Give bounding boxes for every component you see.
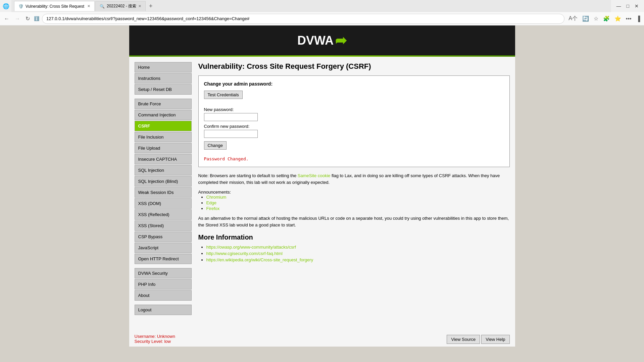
- chromium-link[interactable]: Chromium: [206, 195, 227, 200]
- info-icon: ℹ️: [34, 16, 39, 21]
- more-info-link-item-3: https://en.wikipedia.org/wiki/Cross-site…: [206, 257, 510, 262]
- dvwa-logo: DVWA ➦: [136, 32, 508, 49]
- security-level-row: Security Level: low: [135, 339, 175, 344]
- confirm-password-row: Confirm new password:: [204, 124, 504, 138]
- csrf-box-title: Change your admin password:: [204, 81, 504, 87]
- maximize-btn[interactable]: □: [624, 3, 632, 9]
- title-bar: 🌐 🛡️ Vulnerability: Cross Site Request .…: [0, 0, 644, 12]
- address-input[interactable]: [42, 14, 564, 24]
- tab-favicon-2: 🔍: [100, 4, 105, 9]
- sidebar-item-setup[interactable]: Setup / Reset DB: [135, 84, 192, 95]
- translate-icon[interactable]: A个: [567, 14, 579, 23]
- sidebar-item-open-http-redirect[interactable]: Open HTTP Redirect: [135, 254, 192, 264]
- forward-btn[interactable]: →: [13, 14, 21, 23]
- tab-title-2: 20222402 - 搜索: [107, 3, 136, 9]
- note-text: Note: Browsers are starting to default t…: [198, 172, 510, 186]
- more-info-link-2[interactable]: http://www.cgisecurity.com/csrf-faq.html: [206, 251, 283, 256]
- favorites-icon[interactable]: ⭐: [613, 14, 623, 23]
- sidebar-toggle[interactable]: ▐: [635, 14, 641, 23]
- sidebar-item-php-info[interactable]: PHP Info: [135, 279, 192, 290]
- view-help-btn[interactable]: View Help: [481, 335, 509, 344]
- note-text-before: Note: Browsers are starting to default t…: [198, 173, 298, 178]
- sidebar-section-logout: Logout: [135, 305, 192, 315]
- announcement-edge: Edge: [206, 200, 510, 205]
- browser-icon: 🌐: [3, 3, 9, 9]
- address-bar: ← → ↻ ℹ️ A个 🔄 ☆ 🧩 ⭐ ••• ▐: [0, 12, 644, 25]
- footer-buttons: View Source View Help: [447, 335, 509, 344]
- announcements-label: Announcements:: [198, 190, 231, 195]
- minimize-btn[interactable]: —: [614, 3, 624, 9]
- new-password-row: New password:: [204, 107, 504, 121]
- sidebar-section-bottom: DVWA Security PHP Info About: [135, 268, 192, 301]
- main-layout: Home Instructions Setup / Reset DB Brute…: [129, 57, 515, 324]
- back-btn[interactable]: ←: [3, 14, 11, 23]
- sidebar-item-insecure-captcha[interactable]: Insecure CAPTCHA: [135, 154, 192, 164]
- username-row: Username: Unknown: [135, 334, 175, 339]
- view-source-btn[interactable]: View Source: [447, 335, 480, 344]
- sidebar-item-javascript[interactable]: JavaScript: [135, 243, 192, 253]
- sidebar: Home Instructions Setup / Reset DB Brute…: [135, 62, 192, 319]
- username-value: Unknown: [157, 334, 175, 339]
- sidebar-item-xss-dom[interactable]: XSS (DOM): [135, 198, 192, 209]
- more-info-link-item-2: http://www.cgisecurity.com/csrf-faq.html: [206, 251, 510, 256]
- star-icon[interactable]: ☆: [592, 14, 600, 23]
- announcements-list: Chromium Edge Firefox: [206, 195, 510, 211]
- sidebar-item-csp-bypass[interactable]: CSP Bypass: [135, 231, 192, 242]
- more-info-links: https://owasp.org/www-community/attacks/…: [206, 245, 510, 262]
- sidebar-item-brute-force[interactable]: Brute Force: [135, 99, 192, 109]
- sidebar-item-instructions[interactable]: Instructions: [135, 73, 192, 84]
- tab-close-btn-2[interactable]: ✕: [138, 4, 141, 8]
- menu-icon[interactable]: •••: [625, 14, 633, 23]
- more-info-link-1[interactable]: https://owasp.org/www-community/attacks/…: [206, 245, 296, 250]
- tab-title: Vulnerability: Cross Site Request ...: [26, 4, 85, 9]
- sidebar-item-csrf[interactable]: CSRF: [135, 121, 192, 131]
- alt-text: As an alternative to the normal attack o…: [198, 215, 510, 228]
- sidebar-item-xss-reflected[interactable]: XSS (Reflected): [135, 209, 192, 220]
- announcement-firefox: Firefox: [206, 206, 510, 211]
- refresh-icon[interactable]: 🔄: [581, 14, 590, 23]
- sidebar-item-sql-injection-blind[interactable]: SQL Injection (Blind): [135, 176, 192, 187]
- sidebar-section-vulns: Brute Force Command Injection CSRF File …: [135, 99, 192, 264]
- samesite-cookie-link[interactable]: SameSite cookie: [298, 173, 331, 178]
- dvwa-header: DVWA ➦: [129, 25, 515, 55]
- sidebar-item-command-injection[interactable]: Command Injection: [135, 110, 192, 120]
- sidebar-item-weak-session-ids[interactable]: Weak Session IDs: [135, 187, 192, 198]
- username-label: Username:: [135, 334, 156, 339]
- sidebar-item-xss-stored[interactable]: XSS (Stored): [135, 220, 192, 231]
- firefox-link[interactable]: Firefox: [206, 206, 220, 211]
- page-wrapper: DVWA ➦ Home Instructions Setup / Reset D…: [0, 25, 644, 350]
- more-info-link-3[interactable]: https://en.wikipedia.org/wiki/Cross-site…: [206, 257, 313, 262]
- sidebar-item-about[interactable]: About: [135, 290, 192, 301]
- new-tab-btn[interactable]: +: [146, 3, 155, 10]
- more-info-title: More Information: [198, 234, 510, 241]
- sidebar-section-top: Home Instructions Setup / Reset DB: [135, 62, 192, 95]
- sidebar-item-home[interactable]: Home: [135, 62, 192, 72]
- tab-close-btn[interactable]: ✕: [87, 4, 90, 8]
- tab-csrf[interactable]: 🛡️ Vulnerability: Cross Site Request ...…: [14, 1, 95, 11]
- new-password-label: New password:: [204, 107, 504, 112]
- more-info-link-item-1: https://owasp.org/www-community/attacks/…: [206, 245, 510, 250]
- sidebar-item-sql-injection[interactable]: SQL Injection: [135, 165, 192, 175]
- new-password-input[interactable]: [204, 113, 258, 121]
- footer-info: Username: Unknown Security Level: low: [135, 334, 175, 344]
- browser-window: 🌐 🛡️ Vulnerability: Cross Site Request .…: [0, 0, 644, 25]
- password-changed-msg: Password Changed.: [204, 156, 504, 161]
- change-btn[interactable]: Change: [204, 141, 227, 150]
- close-btn[interactable]: ✕: [632, 3, 641, 9]
- page-content: DVWA ➦ Home Instructions Setup / Reset D…: [129, 25, 515, 347]
- confirm-password-input[interactable]: [204, 130, 258, 138]
- confirm-password-label: Confirm new password:: [204, 124, 504, 129]
- tab-favicon: 🛡️: [18, 4, 23, 9]
- tab-search[interactable]: 🔍 20222402 - 搜索 ✕: [95, 1, 146, 11]
- announcements: Announcements: Chromium Edge Firefox: [198, 190, 510, 211]
- reload-btn[interactable]: ↻: [24, 14, 31, 23]
- sidebar-item-logout[interactable]: Logout: [135, 305, 192, 315]
- sidebar-item-file-upload[interactable]: File Upload: [135, 143, 192, 153]
- security-level-label: Security Level:: [135, 339, 163, 344]
- edge-link[interactable]: Edge: [206, 200, 216, 205]
- page-title: Vulnerability: Cross Site Request Forger…: [198, 62, 510, 71]
- sidebar-item-file-inclusion[interactable]: File Inclusion: [135, 132, 192, 142]
- extensions-icon[interactable]: 🧩: [602, 14, 611, 23]
- test-credentials-btn[interactable]: Test Credentials: [204, 91, 243, 99]
- sidebar-item-dvwa-security[interactable]: DVWA Security: [135, 268, 192, 278]
